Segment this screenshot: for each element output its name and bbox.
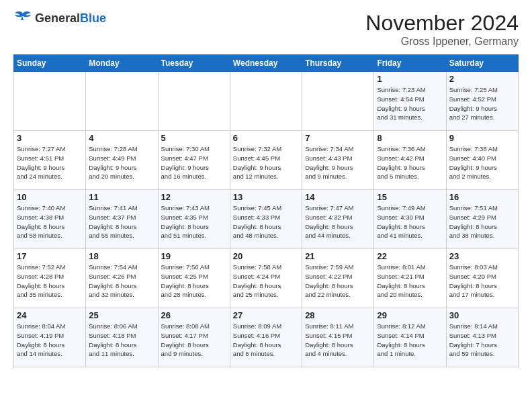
day-info: Sunrise: 8:11 AM Sunset: 4:15 PM Dayligh…: [305, 322, 371, 359]
calendar-cell: 15Sunrise: 7:49 AM Sunset: 4:30 PM Dayli…: [374, 190, 446, 249]
day-info: Sunrise: 7:27 AM Sunset: 4:51 PM Dayligh…: [17, 144, 83, 181]
title-area: November 2024 Gross Ippener, Germany: [365, 11, 519, 48]
day-info: Sunrise: 7:47 AM Sunset: 4:32 PM Dayligh…: [305, 203, 371, 240]
day-number: 21: [305, 251, 371, 261]
day-info: Sunrise: 7:45 AM Sunset: 4:33 PM Dayligh…: [233, 203, 299, 240]
day-number: 12: [161, 192, 227, 202]
day-info: Sunrise: 8:09 AM Sunset: 4:16 PM Dayligh…: [233, 322, 299, 359]
day-number: 15: [377, 192, 443, 202]
month-title: November 2024: [365, 11, 519, 36]
day-number: 28: [305, 310, 371, 320]
day-number: 19: [161, 251, 227, 261]
calendar-cell: 11Sunrise: 7:41 AM Sunset: 4:37 PM Dayli…: [86, 190, 158, 249]
calendar-cell: 18Sunrise: 7:54 AM Sunset: 4:26 PM Dayli…: [86, 249, 158, 308]
day-number: 22: [377, 251, 443, 261]
location-title: Gross Ippener, Germany: [365, 36, 519, 48]
calendar-cell: 2Sunrise: 7:25 AM Sunset: 4:52 PM Daylig…: [446, 72, 518, 131]
calendar-cell: 1Sunrise: 7:23 AM Sunset: 4:54 PM Daylig…: [374, 72, 446, 131]
day-number: 27: [233, 310, 299, 320]
day-info: Sunrise: 7:25 AM Sunset: 4:52 PM Dayligh…: [449, 85, 515, 122]
day-info: Sunrise: 7:51 AM Sunset: 4:29 PM Dayligh…: [449, 203, 515, 240]
day-info: Sunrise: 7:54 AM Sunset: 4:26 PM Dayligh…: [89, 263, 154, 300]
calendar-week-row: 17Sunrise: 7:52 AM Sunset: 4:28 PM Dayli…: [14, 249, 519, 308]
calendar-cell: [14, 72, 86, 131]
calendar-cell: 5Sunrise: 7:30 AM Sunset: 4:47 PM Daylig…: [158, 131, 230, 190]
calendar-week-row: 1Sunrise: 7:23 AM Sunset: 4:54 PM Daylig…: [14, 72, 519, 131]
day-info: Sunrise: 7:38 AM Sunset: 4:40 PM Dayligh…: [449, 144, 515, 181]
day-info: Sunrise: 7:34 AM Sunset: 4:43 PM Dayligh…: [305, 144, 371, 181]
calendar-cell: 20Sunrise: 7:58 AM Sunset: 4:24 PM Dayli…: [230, 249, 302, 308]
day-info: Sunrise: 7:59 AM Sunset: 4:22 PM Dayligh…: [305, 263, 371, 300]
day-number: 6: [233, 133, 299, 143]
day-number: 26: [161, 310, 227, 320]
day-number: 14: [305, 192, 371, 202]
day-info: Sunrise: 7:56 AM Sunset: 4:25 PM Dayligh…: [161, 263, 227, 300]
day-info: Sunrise: 8:12 AM Sunset: 4:14 PM Dayligh…: [377, 322, 443, 359]
day-info: Sunrise: 7:36 AM Sunset: 4:42 PM Dayligh…: [377, 144, 443, 181]
header-area: GeneralBlue November 2024 Gross Ippener,…: [13, 11, 519, 48]
day-info: Sunrise: 7:28 AM Sunset: 4:49 PM Dayligh…: [89, 144, 154, 181]
day-info: Sunrise: 7:23 AM Sunset: 4:54 PM Dayligh…: [377, 85, 443, 122]
day-info: Sunrise: 8:14 AM Sunset: 4:13 PM Dayligh…: [449, 322, 515, 359]
day-number: 7: [305, 133, 371, 143]
calendar-cell: [86, 72, 158, 131]
day-number: 13: [233, 192, 299, 202]
day-number: 17: [17, 251, 83, 261]
day-number: 1: [377, 74, 443, 84]
day-info: Sunrise: 7:32 AM Sunset: 4:45 PM Dayligh…: [233, 144, 299, 181]
calendar-week-row: 3Sunrise: 7:27 AM Sunset: 4:51 PM Daylig…: [14, 131, 519, 190]
logo: GeneralBlue: [13, 11, 106, 26]
day-number: 4: [89, 133, 154, 143]
day-info: Sunrise: 7:41 AM Sunset: 4:37 PM Dayligh…: [89, 203, 154, 240]
day-number: 24: [17, 310, 83, 320]
weekday-header-saturday: Saturday: [446, 55, 518, 72]
day-number: 11: [89, 192, 154, 202]
calendar-week-row: 10Sunrise: 7:40 AM Sunset: 4:38 PM Dayli…: [14, 190, 519, 249]
day-number: 2: [449, 74, 515, 84]
calendar-cell: 9Sunrise: 7:38 AM Sunset: 4:40 PM Daylig…: [446, 131, 518, 190]
calendar-cell: 27Sunrise: 8:09 AM Sunset: 4:16 PM Dayli…: [230, 308, 302, 367]
weekday-header-sunday: Sunday: [14, 55, 86, 72]
day-info: Sunrise: 8:03 AM Sunset: 4:20 PM Dayligh…: [449, 263, 515, 300]
day-info: Sunrise: 7:52 AM Sunset: 4:28 PM Dayligh…: [17, 263, 83, 300]
day-info: Sunrise: 7:58 AM Sunset: 4:24 PM Dayligh…: [233, 263, 299, 300]
calendar-cell: [230, 72, 302, 131]
logo-general-text: General: [35, 11, 80, 25]
calendar-week-row: 24Sunrise: 8:04 AM Sunset: 4:19 PM Dayli…: [14, 308, 519, 367]
weekday-header-wednesday: Wednesday: [230, 55, 302, 72]
day-number: 8: [377, 133, 443, 143]
day-info: Sunrise: 8:04 AM Sunset: 4:19 PM Dayligh…: [17, 322, 83, 359]
day-number: 30: [449, 310, 515, 320]
weekday-header-friday: Friday: [374, 55, 446, 72]
calendar-cell: 30Sunrise: 8:14 AM Sunset: 4:13 PM Dayli…: [446, 308, 518, 367]
calendar-cell: 23Sunrise: 8:03 AM Sunset: 4:20 PM Dayli…: [446, 249, 518, 308]
day-info: Sunrise: 8:06 AM Sunset: 4:18 PM Dayligh…: [89, 322, 154, 359]
day-number: 18: [89, 251, 154, 261]
calendar-cell: 21Sunrise: 7:59 AM Sunset: 4:22 PM Dayli…: [302, 249, 374, 308]
calendar-cell: [158, 72, 230, 131]
calendar-cell: 12Sunrise: 7:43 AM Sunset: 4:35 PM Dayli…: [158, 190, 230, 249]
day-info: Sunrise: 7:49 AM Sunset: 4:30 PM Dayligh…: [377, 203, 443, 240]
calendar-cell: 4Sunrise: 7:28 AM Sunset: 4:49 PM Daylig…: [86, 131, 158, 190]
day-number: 3: [17, 133, 83, 143]
weekday-header-thursday: Thursday: [302, 55, 374, 72]
day-info: Sunrise: 7:40 AM Sunset: 4:38 PM Dayligh…: [17, 203, 83, 240]
logo-bird-icon: [13, 11, 32, 26]
day-number: 25: [89, 310, 154, 320]
calendar-cell: 29Sunrise: 8:12 AM Sunset: 4:14 PM Dayli…: [374, 308, 446, 367]
weekday-header-tuesday: Tuesday: [158, 55, 230, 72]
day-number: 16: [449, 192, 515, 202]
calendar-cell: 26Sunrise: 8:08 AM Sunset: 4:17 PM Dayli…: [158, 308, 230, 367]
calendar-cell: 6Sunrise: 7:32 AM Sunset: 4:45 PM Daylig…: [230, 131, 302, 190]
calendar-cell: 28Sunrise: 8:11 AM Sunset: 4:15 PM Dayli…: [302, 308, 374, 367]
calendar-cell: 22Sunrise: 8:01 AM Sunset: 4:21 PM Dayli…: [374, 249, 446, 308]
calendar-cell: 19Sunrise: 7:56 AM Sunset: 4:25 PM Dayli…: [158, 249, 230, 308]
calendar-cell: 16Sunrise: 7:51 AM Sunset: 4:29 PM Dayli…: [446, 190, 518, 249]
calendar-cell: 24Sunrise: 8:04 AM Sunset: 4:19 PM Dayli…: [14, 308, 86, 367]
day-number: 9: [449, 133, 515, 143]
day-number: 29: [377, 310, 443, 320]
day-number: 5: [161, 133, 227, 143]
page: GeneralBlue November 2024 Gross Ippener,…: [0, 0, 532, 374]
calendar-cell: 3Sunrise: 7:27 AM Sunset: 4:51 PM Daylig…: [14, 131, 86, 190]
day-number: 10: [17, 192, 83, 202]
